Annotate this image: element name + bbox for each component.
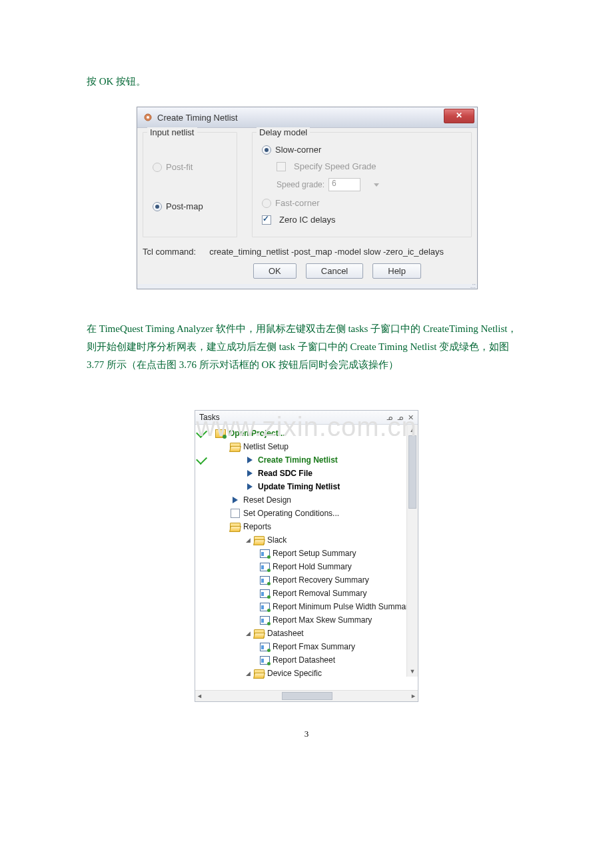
checkbox-icon [277,162,286,171]
speed-grade-label: Speed grade: [277,180,324,189]
tree-item-label: Open Project... [229,429,285,438]
check-icon [196,453,207,465]
svg-point-1 [147,116,149,119]
help-button[interactable]: Help [372,263,421,279]
tree-row[interactable]: Report Minimum Pulse Width Summar [195,600,418,613]
fast-corner-radio[interactable]: Fast-corner [262,198,464,208]
tree-item-label: Report Datasheet [273,655,335,665]
slow-corner-radio[interactable]: Slow-corner [262,145,464,155]
resize-grip-icon[interactable]: .:: [137,284,477,289]
tree-item-label: Report Removal Summary [273,589,366,598]
zero-ic-label: Zero IC delays [279,215,336,225]
play-icon [247,457,253,463]
tree-item-label: Netlist Setup [243,442,289,451]
tree-row[interactable]: Read SDC File [195,467,418,480]
tree-row[interactable]: Netlist Setup [195,440,418,453]
report-icon [260,589,270,598]
tree-item-label: Datasheet [267,629,304,638]
scroll-up-icon[interactable]: ▲ [407,425,418,435]
tree-row[interactable]: Open Project... [195,427,418,440]
specify-speed-label: Specify Speed Grade [294,161,376,171]
intro-text: 按 OK 按钮。 [87,75,526,88]
report-icon [260,643,270,651]
close-button[interactable]: ✕ [444,109,474,123]
zero-ic-checkbox[interactable]: Zero IC delays [262,215,464,225]
expander-icon[interactable]: ◢ [245,670,251,677]
tree-item-label: Report Recovery Summary [273,575,369,585]
delay-model-group: Delay model Slow-corner Specify Speed Gr… [252,132,472,237]
page-number: 3 [87,729,526,739]
play-icon [247,470,253,477]
project-folder-icon [215,429,226,438]
tree-item-label: Report Setup Summary [273,549,356,558]
report-icon [260,616,270,625]
tree-item-label: Report Fmax Summary [273,642,355,651]
tree-row[interactable]: Set Operating Conditions... [195,507,418,520]
post-fit-label: Post-fit [166,162,193,172]
report-icon [260,549,270,558]
play-icon [247,483,253,490]
tree-item-label: Device Specific [267,669,322,678]
post-map-radio[interactable]: Post-map [153,201,230,211]
tcl-command-label: Tcl command: [143,247,196,257]
vertical-scrollbar[interactable]: ▲ ▼ [406,425,418,677]
folder-open-icon [254,629,265,638]
post-fit-radio[interactable]: Post-fit [153,162,230,172]
radio-icon [262,145,271,155]
horizontal-scrollbar[interactable]: ◄ ► [195,690,418,701]
scroll-down-icon[interactable]: ▼ [407,666,418,677]
dropdown-arrow-icon[interactable] [374,183,379,187]
tree-row[interactable]: Reports [195,520,418,533]
folder-open-icon [230,523,241,531]
folder-open-icon [254,536,265,545]
tree-item-label: Reports [243,522,271,531]
tree-row[interactable]: Create Timing Netlist [195,453,418,467]
tree-row[interactable]: Update Timing Netlist [195,480,418,493]
speed-grade-input[interactable]: 6 [328,178,360,191]
tree-row[interactable]: Report Fmax Summary [195,640,418,653]
input-netlist-group: Input netlist Post-fit Post-map [143,132,237,237]
dialog-titlebar: Create Timing Netlist ✕ [137,107,477,128]
tree-row[interactable]: Report Setup Summary [195,547,418,560]
tree-row[interactable]: Report Removal Summary [195,587,418,600]
expander-icon[interactable]: ◢ [245,630,251,637]
fast-corner-label: Fast-corner [275,198,319,208]
tasks-title: Tasks [199,413,220,422]
scroll-left-icon[interactable]: ◄ [197,693,203,699]
tree-item-label: Update Timing Netlist [258,482,340,491]
scroll-thumb[interactable] [408,435,416,509]
folder-open-icon [254,669,265,678]
tree-row[interactable]: ◢Slack [195,533,418,547]
panel-controls-icon[interactable]: ᓄ ᓄ ✕ [386,413,415,422]
expander-icon[interactable]: ◢ [245,537,251,543]
slow-corner-label: Slow-corner [275,145,321,155]
scroll-right-icon[interactable]: ► [410,693,416,699]
tree-row[interactable]: Report Datasheet [195,653,418,667]
ok-button[interactable]: OK [253,263,297,279]
tree-row[interactable]: ◢Device Specific [195,667,418,680]
gear-icon [143,112,153,123]
tree-item-label: Read SDC File [258,469,312,478]
cancel-button[interactable]: Cancel [306,263,363,279]
folder-open-icon [230,443,241,451]
tasks-panel: Tasks ᓄ ᓄ ✕ Open Project...Netlist Setup… [195,410,418,702]
tcl-command-value: create_timing_netlist -post_map -model s… [209,247,444,257]
tree-row[interactable]: Report Hold Summary [195,560,418,573]
create-timing-netlist-dialog: Create Timing Netlist ✕ Input netlist Po… [137,107,478,289]
report-icon [260,576,270,585]
tree-item-label: Slack [267,535,287,545]
scroll-thumb[interactable] [282,692,332,700]
tree-item-label: Reset Design [243,495,291,505]
tree-row[interactable]: Reset Design [195,493,418,507]
tree-row[interactable]: Report Recovery Summary [195,573,418,587]
check-icon [196,427,207,438]
post-map-label: Post-map [166,201,203,211]
play-icon [233,497,238,503]
tree-item-label: Set Operating Conditions... [243,509,339,518]
specify-speed-checkbox[interactable]: Specify Speed Grade [277,161,464,171]
tree-item-label: Report Minimum Pulse Width Summar [273,602,408,611]
tree-row[interactable]: ◢Datasheet [195,627,418,640]
tree-row[interactable]: Report Max Skew Summary [195,613,418,627]
radio-icon [262,199,271,208]
body-paragraph: 在 TimeQuest Timing Analyzer 软件中，用鼠标左键双击左… [87,320,526,374]
